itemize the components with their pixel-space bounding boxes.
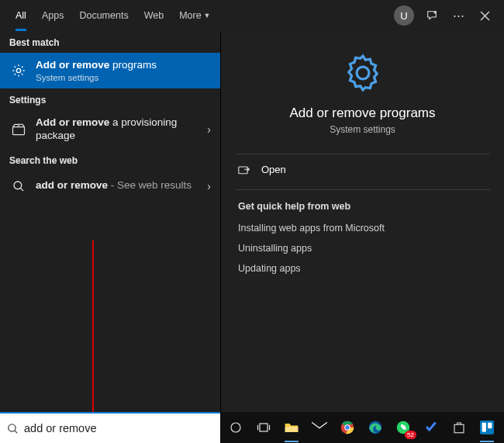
search-icon: [9, 177, 28, 196]
taskbar: 52: [220, 412, 504, 443]
search-icon: [6, 422, 19, 435]
search-input[interactable]: [24, 422, 214, 434]
result-subtitle: System settings: [36, 73, 211, 82]
search-scope-tabs: All Apps Documents Web More▼ U ⋯: [0, 0, 504, 31]
svg-rect-17: [454, 424, 464, 433]
help-link[interactable]: Updating apps: [221, 258, 504, 279]
svg-point-0: [16, 68, 20, 72]
svg-rect-9: [260, 424, 268, 431]
open-action[interactable]: Open: [221, 154, 504, 185]
taskbar-edge-icon[interactable]: [364, 417, 386, 438]
taskbar-store-icon[interactable]: [448, 417, 470, 438]
more-options-icon[interactable]: ⋯: [445, 2, 471, 29]
taskbar-cortana-icon[interactable]: [225, 417, 247, 438]
tab-apps[interactable]: Apps: [34, 0, 72, 31]
help-link[interactable]: Uninstalling apps: [221, 238, 504, 258]
feedback-icon[interactable]: [419, 2, 445, 29]
chevron-right-icon: ›: [202, 180, 211, 192]
help-section-label: Get quick help from web: [221, 190, 504, 218]
section-best-match: Best match: [0, 31, 220, 53]
result-best-match[interactable]: Add or remove programs System settings: [0, 53, 220, 88]
svg-rect-1: [13, 126, 25, 134]
taskbar-chrome-icon[interactable]: [337, 417, 358, 438]
svg-point-7: [9, 424, 16, 431]
svg-rect-10: [285, 427, 299, 432]
svg-rect-6: [239, 167, 247, 174]
taskbar-whatsapp-icon[interactable]: 52: [392, 417, 414, 438]
svg-rect-19: [482, 423, 486, 432]
svg-point-5: [357, 67, 369, 79]
svg-point-14: [345, 425, 349, 429]
gear-icon: [9, 61, 28, 80]
notification-badge: 52: [405, 431, 416, 439]
detail-subtitle: System settings: [330, 124, 395, 135]
gear-icon: [341, 51, 385, 98]
tab-all[interactable]: All: [8, 0, 34, 31]
open-label: Open: [261, 164, 286, 175]
help-link[interactable]: Installing web apps from Microsoft: [221, 218, 504, 238]
section-settings: Settings: [0, 88, 220, 110]
open-icon: [238, 164, 252, 175]
taskbar-mail-icon[interactable]: [309, 417, 330, 438]
search-box[interactable]: [0, 412, 220, 443]
detail-title: Add or remove programs: [289, 106, 435, 121]
svg-rect-20: [488, 423, 492, 429]
tab-documents[interactable]: Documents: [71, 0, 136, 31]
user-avatar[interactable]: U: [394, 5, 414, 26]
tab-more[interactable]: More▼: [171, 0, 218, 31]
result-settings-provisioning[interactable]: Add or remove a provisioning package ›: [0, 110, 220, 149]
result-title: Add or remove a provisioning package: [36, 116, 202, 143]
package-icon: [9, 120, 28, 139]
taskbar-todo-icon[interactable]: [420, 417, 442, 438]
tab-web[interactable]: Web: [136, 0, 171, 31]
result-title: add or remove - See web results: [36, 179, 202, 192]
close-icon[interactable]: [471, 2, 498, 29]
chevron-down-icon: ▼: [204, 12, 211, 19]
result-title: Add or remove programs: [36, 59, 211, 72]
section-search-web: Search the web: [0, 149, 220, 171]
results-panel: Best match Add or remove programs System…: [0, 31, 220, 412]
detail-panel: Add or remove programs System settings O…: [220, 31, 504, 412]
taskbar-trello-icon[interactable]: [476, 417, 498, 438]
svg-point-2: [14, 182, 22, 189]
svg-point-8: [231, 423, 240, 432]
taskbar-taskview-icon[interactable]: [253, 417, 274, 438]
chevron-right-icon: ›: [202, 123, 211, 136]
taskbar-file-explorer-icon[interactable]: [281, 417, 302, 438]
annotation-arrow: [16, 233, 171, 442]
result-web-search[interactable]: add or remove - See web results ›: [0, 171, 220, 202]
